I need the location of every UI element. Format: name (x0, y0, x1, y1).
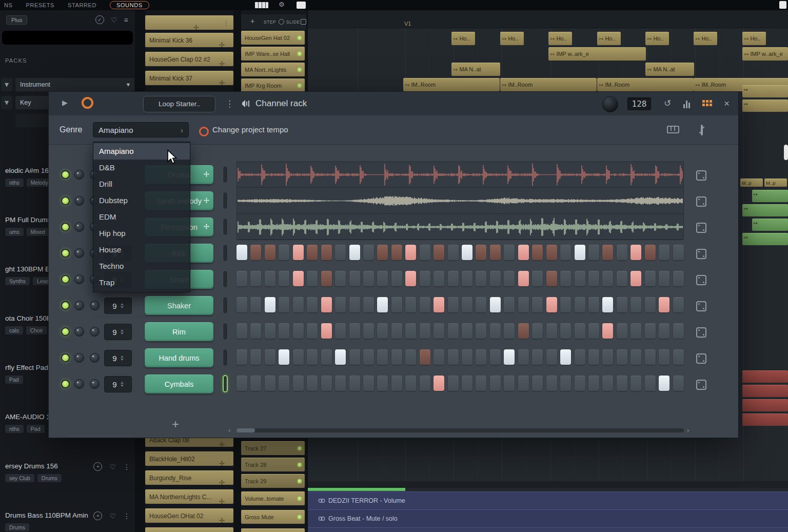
mute-strip[interactable] (223, 297, 228, 314)
pattern-clip[interactable]: ↦Ho.. (548, 32, 572, 45)
step-cell[interactable] (518, 297, 529, 312)
step-cell[interactable] (673, 245, 684, 260)
step-cell[interactable] (617, 323, 627, 339)
pattern-clip[interactable]: ↦IM..Room (500, 78, 597, 91)
step-cell[interactable] (434, 323, 444, 339)
step-cell[interactable] (504, 323, 515, 339)
dice-icon[interactable] (701, 125, 703, 135)
pan-knob[interactable] (74, 379, 84, 389)
dice-icon[interactable] (696, 223, 706, 233)
step-cell[interactable] (490, 271, 501, 286)
step-cell[interactable] (321, 245, 332, 260)
step-cell[interactable] (673, 297, 684, 312)
step-cell[interactable] (575, 297, 585, 312)
step-cell[interactable] (476, 349, 486, 365)
step-cell[interactable] (518, 271, 529, 286)
step-cell[interactable] (462, 271, 472, 286)
step-cell[interactable] (434, 297, 444, 312)
dice-icon[interactable] (696, 249, 706, 259)
step-cell[interactable] (237, 323, 247, 339)
step-cell[interactable] (237, 245, 247, 260)
step-cell[interactable] (659, 271, 669, 286)
step-cell[interactable] (293, 271, 304, 286)
step-cell[interactable] (420, 349, 430, 365)
tag-chip[interactable]: Mixed (27, 228, 49, 236)
step-cell[interactable] (250, 323, 261, 339)
step-cell[interactable] (673, 271, 684, 286)
led-dot[interactable] (298, 515, 302, 519)
genre-option[interactable]: House (93, 242, 190, 258)
tab-presets[interactable]: PRESETS (26, 2, 54, 8)
dots-vertical-icon[interactable]: ⋮ (225, 98, 234, 109)
step-cell[interactable] (405, 245, 416, 260)
step-cell[interactable] (602, 245, 613, 260)
step-cell[interactable] (237, 376, 247, 391)
stepper-arrows-icon[interactable] (121, 356, 124, 361)
track-item[interactable]: Track 29 (241, 474, 305, 488)
loop-starter-button[interactable]: Loop Starter.. (143, 96, 215, 112)
step-cell[interactable] (504, 376, 515, 391)
step-cell[interactable] (490, 297, 501, 312)
step-cell[interactable] (321, 323, 332, 339)
step-cell[interactable] (349, 323, 360, 339)
instrument-filter-select[interactable]: Instrument▾ (15, 78, 134, 91)
track-item[interactable]: Track 27 (241, 441, 305, 455)
step-cell[interactable] (265, 271, 275, 286)
tag-chip[interactable]: Choir (26, 326, 47, 334)
stepper-arrows-icon[interactable] (121, 329, 124, 334)
step-cell[interactable] (293, 323, 304, 339)
mini-clip[interactable] (742, 413, 788, 426)
step-cell[interactable] (560, 323, 571, 339)
led-dot[interactable] (298, 68, 302, 72)
vertical-scrollbar[interactable] (784, 145, 788, 160)
sample-item[interactable]: Drums Bass 110BPM AminDrums+♡⋮ (5, 511, 132, 532)
step-cell[interactable] (391, 245, 402, 260)
step-cell[interactable] (575, 323, 585, 339)
step-cell[interactable] (349, 376, 360, 391)
step-cell[interactable] (659, 297, 669, 312)
pattern-clip[interactable]: ↦IMP w..ark_e (742, 47, 788, 61)
step-cell[interactable] (588, 297, 599, 312)
step-cell[interactable] (279, 271, 289, 286)
step-cell[interactable] (476, 297, 486, 312)
mini-clip[interactable]: ↦ (742, 204, 788, 216)
channel-led[interactable] (61, 380, 70, 388)
scroll-right-icon[interactable]: › (687, 426, 689, 434)
step-cell[interactable] (237, 271, 247, 286)
step-cell[interactable] (673, 323, 684, 339)
menu-icon[interactable]: ≡ (124, 16, 128, 24)
step-cell[interactable] (321, 349, 332, 365)
step-cell[interactable] (279, 376, 289, 391)
step-cell[interactable] (617, 245, 627, 260)
step-cell[interactable] (265, 297, 275, 312)
step-cell[interactable] (250, 376, 261, 391)
step-cell[interactable] (546, 349, 557, 365)
step-cell[interactable] (391, 376, 402, 391)
step-cell[interactable] (321, 376, 332, 391)
mini-clip[interactable]: ↦ (742, 100, 788, 112)
channel-item[interactable]: BlackHole_Hit02 (145, 451, 233, 466)
pattern-clip[interactable]: ↦IM..Room (403, 78, 500, 91)
step-cell[interactable] (645, 271, 656, 286)
channel-led[interactable] (61, 275, 70, 284)
step-cell[interactable] (250, 245, 261, 260)
step-cell[interactable] (546, 245, 557, 260)
step-cell[interactable] (405, 271, 416, 286)
pan-knob[interactable] (74, 274, 84, 284)
step-cell[interactable] (631, 245, 641, 260)
step-cell[interactable] (490, 245, 501, 260)
step-cell[interactable] (363, 271, 374, 286)
step-cell[interactable] (420, 323, 430, 339)
step-cell[interactable] (532, 323, 543, 339)
step-cell[interactable] (518, 376, 529, 391)
step-cell[interactable] (237, 349, 247, 365)
step-cell[interactable] (448, 349, 459, 365)
channel-list-header[interactable]: ⋮ (145, 15, 233, 30)
tag-chip[interactable]: cals (5, 326, 23, 334)
step-cell[interactable] (659, 323, 669, 339)
step-cell[interactable] (250, 297, 261, 312)
tag-chip[interactable]: nths (5, 425, 24, 433)
scroll-left-icon[interactable]: ‹ (228, 426, 230, 434)
step-cell[interactable] (659, 376, 669, 391)
step-cell[interactable] (631, 271, 641, 286)
